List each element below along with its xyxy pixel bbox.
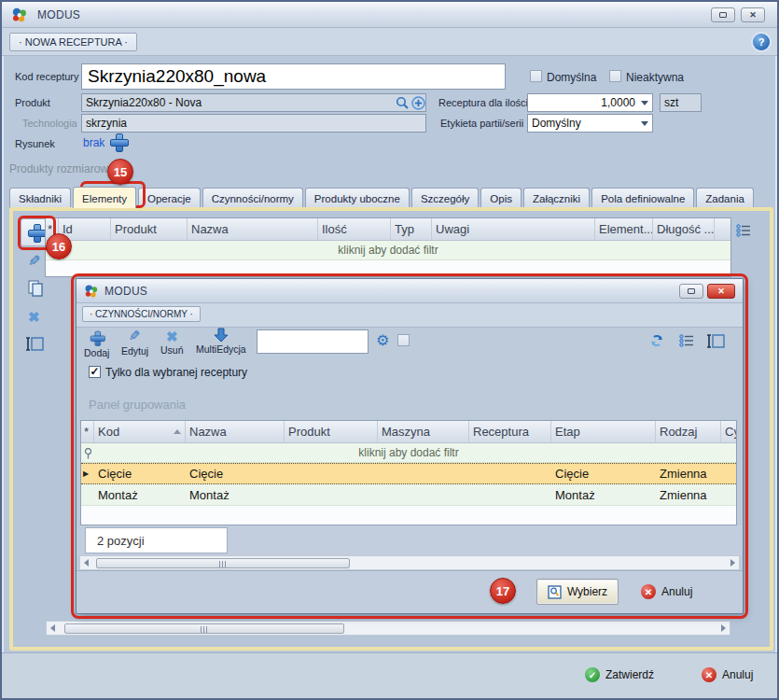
element-delete-icon[interactable]: ✖ xyxy=(28,310,40,324)
elements-grid-filter-row[interactable]: kliknij aby dodać filtr xyxy=(46,241,730,260)
form-header-strip: · NOWA RECEPTURA · ? xyxy=(2,28,777,56)
domyslna-checkbox[interactable] xyxy=(530,70,542,82)
dialog-close-button[interactable]: ✕ xyxy=(707,284,735,299)
only-selected-checkbox[interactable]: ✓ xyxy=(89,366,101,378)
col-nazwa[interactable]: Nazwa xyxy=(188,218,318,240)
rysunek-brak-link[interactable]: brak xyxy=(83,136,104,149)
edit-icon: ✎ xyxy=(129,328,141,344)
col-kod[interactable]: Kod xyxy=(94,421,186,442)
produkt-value: Skrzynia220x80 - Nova xyxy=(86,96,202,109)
tab-czynnosci-normy[interactable]: Czynności/normy xyxy=(202,188,303,208)
group-panel-hint: Panel grupowania xyxy=(89,398,186,412)
ilosc-dropdown-icon[interactable] xyxy=(641,101,648,105)
add-icon xyxy=(90,331,104,344)
dialog-titlebar[interactable]: MODUS ✕ xyxy=(77,279,743,303)
tab-operacje[interactable]: Operacje xyxy=(138,188,201,208)
gear-icon[interactable]: ⚙ xyxy=(376,331,389,349)
dodaj-button[interactable]: Dodaj xyxy=(84,329,109,358)
elements-grid: * Id Produkt Nazwa Ilość Typ Uwagi Eleme… xyxy=(45,217,731,277)
tab-pola-definiowalne[interactable]: Pola definiowalne xyxy=(591,188,694,208)
etykieta-value: Domyślny xyxy=(532,117,581,130)
select-icon[interactable] xyxy=(707,333,726,350)
dialog-footer: Wybierz ✕ Anuluj xyxy=(77,570,743,613)
kod-receptury-input[interactable]: Skrzynia220x80_nowa xyxy=(81,63,506,90)
section-hint: Produkty rozmiarowane xyxy=(9,162,127,175)
produkt-add-icon[interactable] xyxy=(411,96,425,110)
nieaktywna-checkbox[interactable] xyxy=(609,70,621,82)
column-chooser-icon[interactable] xyxy=(736,224,751,237)
element-copy-icon[interactable] xyxy=(27,280,44,297)
scroll-right-icon[interactable] xyxy=(730,559,735,567)
toolbar-checkbox[interactable] xyxy=(397,334,410,346)
help-icon[interactable]: ? xyxy=(753,34,770,50)
edytuj-button[interactable]: ✎ Edytuj xyxy=(121,328,148,357)
column-chooser-icon[interactable] xyxy=(679,334,694,347)
bottom-bar: ✓ Zatwierdź ✕ Anuluj xyxy=(2,652,777,698)
delete-icon: ✖ xyxy=(166,329,178,343)
dialog-restore-button[interactable] xyxy=(679,284,703,299)
row-count-box: 2 pozycji xyxy=(85,527,228,553)
wybierz-button[interactable]: Wybierz xyxy=(536,579,619,605)
czynnosci-normy-dialog: MODUS ✕ · CZYNNOŚCI/NORMY · Dodaj ✎ Edyt… xyxy=(76,278,744,614)
dialog-search-input[interactable] xyxy=(257,329,369,354)
czynnosci-grid-header: * Kod Nazwa Produkt Maszyna Receptura Et… xyxy=(81,421,736,443)
tab-skladniki[interactable]: Składniki xyxy=(9,188,71,208)
multiedycja-button[interactable]: MultiEdycja xyxy=(196,328,246,355)
scroll-right-icon[interactable] xyxy=(721,624,726,632)
select-magnifier-icon xyxy=(548,585,562,599)
scroll-left-icon[interactable] xyxy=(50,624,55,632)
dialog-title-badge: · CZYNNOŚCI/NORMY · xyxy=(82,306,201,322)
etykieta-dropdown[interactable]: Domyślny xyxy=(527,114,653,133)
cancel-x-icon: ✕ xyxy=(702,667,716,682)
usun-button[interactable]: ✖ Usuń xyxy=(160,329,184,356)
element-edit-icon[interactable]: ✎ xyxy=(28,252,40,270)
col-receptura[interactable]: Receptura xyxy=(469,421,551,442)
filter-pin-icon xyxy=(84,448,92,459)
tab-zadania[interactable]: Zadania xyxy=(696,188,754,208)
col-ilosc[interactable]: Ilość xyxy=(318,218,391,240)
produkt-search-icon[interactable] xyxy=(396,96,410,110)
tab-elementy[interactable]: Elementy xyxy=(73,187,136,208)
scrollbar-thumb[interactable] xyxy=(96,558,350,568)
col-produkt[interactable]: Produkt xyxy=(285,421,378,442)
table-row[interactable]: Montaż Montaż Montaż Zmienna xyxy=(81,484,736,506)
zatwierdz-button[interactable]: ✓ Zatwierdź xyxy=(585,667,654,682)
sort-asc-icon xyxy=(174,429,181,434)
scrollbar-thumb[interactable] xyxy=(64,623,344,634)
tab-opis[interactable]: Opis xyxy=(480,188,522,208)
refresh-icon[interactable] xyxy=(649,333,664,348)
main-anuluj-button[interactable]: ✕ Anuluj xyxy=(702,667,753,682)
recipe-tabs: Składniki Elementy Operacje Czynności/no… xyxy=(9,183,754,208)
col-dlugosc[interactable]: Długość ... xyxy=(653,218,715,240)
close-button[interactable]: ✕ xyxy=(741,7,765,22)
elements-grid-hscrollbar[interactable] xyxy=(46,621,730,636)
domyslna-label: Domyślna xyxy=(547,71,596,84)
only-selected-label: Tylko dla wybranej receptury xyxy=(105,366,247,379)
col-element[interactable]: Element... xyxy=(595,218,653,240)
produkt-field[interactable]: Skrzynia220x80 - Nova xyxy=(81,93,426,112)
col-produkt[interactable]: Produkt xyxy=(111,218,188,240)
czynnosci-grid-filter-row[interactable]: kliknij aby dodać filtr xyxy=(81,443,736,463)
ilosc-spinner[interactable]: 1,0000 xyxy=(527,93,653,112)
dialog-anuluj-button[interactable]: ✕ Anuluj xyxy=(641,584,692,599)
dialog-anuluj-label: Anuluj xyxy=(661,585,692,598)
col-etap[interactable]: Etap xyxy=(551,421,656,442)
restore-button[interactable] xyxy=(711,7,735,22)
col-maszyna[interactable]: Maszyna xyxy=(378,421,469,442)
tab-produkty-uboczne[interactable]: Produkty uboczne xyxy=(305,188,410,208)
col-cy[interactable]: Cy xyxy=(721,421,736,442)
col-uwagi[interactable]: Uwagi xyxy=(432,218,595,240)
col-typ[interactable]: Typ xyxy=(391,218,432,240)
table-row[interactable]: ▶ Cięcie Cięcie Cięcie Zmienna xyxy=(81,463,736,484)
scroll-left-icon[interactable] xyxy=(84,559,89,567)
element-select-icon[interactable] xyxy=(26,336,45,353)
col-rodzaj[interactable]: Rodzaj xyxy=(656,421,721,442)
col-nazwa[interactable]: Nazwa xyxy=(186,421,285,442)
col-id[interactable]: Id xyxy=(59,218,111,240)
tab-zalaczniki[interactable]: Załączniki xyxy=(523,188,590,208)
main-titlebar[interactable]: MODUS ✕ xyxy=(2,2,777,28)
dialog-hscrollbar[interactable] xyxy=(79,555,740,570)
dialog-header-strip: · CZYNNOŚCI/NORMY · xyxy=(77,303,743,328)
tab-szczegoly[interactable]: Szczegóły xyxy=(411,188,479,208)
dialog-toolbar: Dodaj ✎ Edytuj ✖ Usuń MultiEdycja ⚙ xyxy=(77,328,743,369)
